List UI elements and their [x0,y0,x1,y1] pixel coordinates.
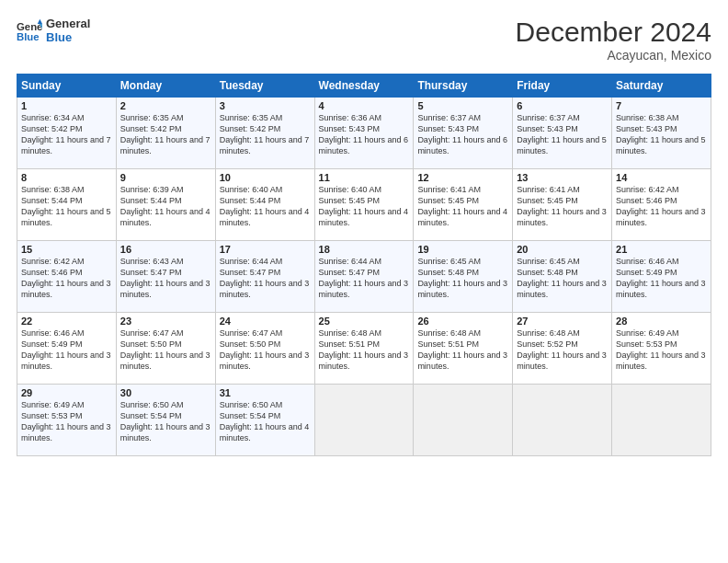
cell-info: Sunrise: 6:34 AMSunset: 5:42 PMDaylight:… [21,112,112,157]
month-title: December 2024 [516,17,711,48]
cell-info: Sunrise: 6:46 AMSunset: 5:49 PMDaylight:… [616,256,707,301]
cell-info: Sunrise: 6:36 AMSunset: 5:43 PMDaylight:… [319,112,410,157]
calendar-cell: 7Sunrise: 6:38 AMSunset: 5:43 PMDaylight… [612,98,711,169]
day-number: 21 [616,244,707,255]
day-number: 31 [220,387,311,398]
cell-info: Sunrise: 6:41 AMSunset: 5:45 PMDaylight:… [517,184,608,229]
col-header-wednesday: Wednesday [314,75,414,98]
calendar-cell: 5Sunrise: 6:37 AMSunset: 5:43 PMDaylight… [414,98,513,169]
cell-info: Sunrise: 6:49 AMSunset: 5:53 PMDaylight:… [21,399,112,444]
cell-info: Sunrise: 6:48 AMSunset: 5:52 PMDaylight:… [517,327,608,373]
calendar-cell: 27Sunrise: 6:48 AMSunset: 5:52 PMDayligh… [513,313,612,385]
day-number: 30 [120,387,211,398]
cell-info: Sunrise: 6:47 AMSunset: 5:50 PMDaylight:… [220,327,311,373]
calendar-cell: 18Sunrise: 6:44 AMSunset: 5:47 PMDayligh… [314,241,414,313]
col-header-saturday: Saturday [612,75,711,98]
week-row-2: 8Sunrise: 6:38 AMSunset: 5:44 PMDaylight… [17,169,711,241]
day-number: 16 [120,244,211,255]
cell-info: Sunrise: 6:50 AMSunset: 5:54 PMDaylight:… [120,399,211,444]
logo-blue: Blue [46,30,90,44]
col-header-tuesday: Tuesday [215,75,314,98]
calendar-cell: 12Sunrise: 6:41 AMSunset: 5:45 PMDayligh… [414,169,513,241]
day-number: 29 [21,387,112,398]
calendar-cell: 2Sunrise: 6:35 AMSunset: 5:42 PMDaylight… [116,98,215,169]
day-number: 4 [319,100,410,111]
cell-info: Sunrise: 6:50 AMSunset: 5:54 PMDaylight:… [220,399,311,444]
calendar-cell: 16Sunrise: 6:43 AMSunset: 5:47 PMDayligh… [116,241,215,313]
cell-info: Sunrise: 6:37 AMSunset: 5:43 PMDaylight:… [517,112,608,157]
location-subtitle: Acayucan, Mexico [516,48,711,63]
week-row-4: 22Sunrise: 6:46 AMSunset: 5:49 PMDayligh… [17,313,711,385]
calendar-cell: 10Sunrise: 6:40 AMSunset: 5:44 PMDayligh… [215,169,314,241]
title-block: December 2024 Acayucan, Mexico [516,17,711,63]
day-number: 19 [417,244,508,255]
calendar-cell: 31Sunrise: 6:50 AMSunset: 5:54 PMDayligh… [215,385,314,456]
day-number: 9 [120,172,211,183]
cell-info: Sunrise: 6:43 AMSunset: 5:47 PMDaylight:… [120,256,211,301]
calendar-cell: 11Sunrise: 6:40 AMSunset: 5:45 PMDayligh… [314,169,414,241]
day-number: 25 [319,316,410,327]
col-header-thursday: Thursday [414,75,513,98]
cell-info: Sunrise: 6:38 AMSunset: 5:44 PMDaylight:… [21,184,112,229]
calendar-cell: 22Sunrise: 6:46 AMSunset: 5:49 PMDayligh… [17,313,117,385]
day-number: 26 [417,316,508,327]
calendar-cell [414,385,513,456]
header: General Blue General Blue December 2024 … [17,17,711,63]
cell-info: Sunrise: 6:42 AMSunset: 5:46 PMDaylight:… [21,256,112,301]
col-header-monday: Monday [116,75,215,98]
calendar-cell: 26Sunrise: 6:48 AMSunset: 5:51 PMDayligh… [414,313,513,385]
day-number: 15 [21,244,112,255]
calendar-cell: 14Sunrise: 6:42 AMSunset: 5:46 PMDayligh… [612,169,711,241]
calendar-cell: 8Sunrise: 6:38 AMSunset: 5:44 PMDaylight… [17,169,117,241]
week-row-5: 29Sunrise: 6:49 AMSunset: 5:53 PMDayligh… [17,385,711,456]
logo-icon: General Blue [17,17,42,43]
cell-info: Sunrise: 6:41 AMSunset: 5:45 PMDaylight:… [417,184,508,229]
cell-info: Sunrise: 6:35 AMSunset: 5:42 PMDaylight:… [220,112,311,157]
day-number: 7 [616,100,707,111]
calendar-cell: 25Sunrise: 6:48 AMSunset: 5:51 PMDayligh… [314,313,414,385]
cell-info: Sunrise: 6:48 AMSunset: 5:51 PMDaylight:… [417,327,508,373]
calendar-cell: 20Sunrise: 6:45 AMSunset: 5:48 PMDayligh… [513,241,612,313]
cell-info: Sunrise: 6:42 AMSunset: 5:46 PMDaylight:… [616,184,707,229]
day-number: 17 [220,244,311,255]
calendar-cell: 23Sunrise: 6:47 AMSunset: 5:50 PMDayligh… [116,313,215,385]
day-number: 10 [220,172,311,183]
day-number: 6 [517,100,608,111]
calendar-cell [612,385,711,456]
calendar-cell: 24Sunrise: 6:47 AMSunset: 5:50 PMDayligh… [215,313,314,385]
calendar-cell: 13Sunrise: 6:41 AMSunset: 5:45 PMDayligh… [513,169,612,241]
calendar-cell: 3Sunrise: 6:35 AMSunset: 5:42 PMDaylight… [215,98,314,169]
day-number: 12 [417,172,508,183]
cell-info: Sunrise: 6:38 AMSunset: 5:43 PMDaylight:… [616,112,707,157]
col-header-friday: Friday [513,75,612,98]
calendar-cell: 28Sunrise: 6:49 AMSunset: 5:53 PMDayligh… [612,313,711,385]
calendar-cell: 19Sunrise: 6:45 AMSunset: 5:48 PMDayligh… [414,241,513,313]
cell-info: Sunrise: 6:40 AMSunset: 5:45 PMDaylight:… [319,184,410,229]
cell-info: Sunrise: 6:39 AMSunset: 5:44 PMDaylight:… [120,184,211,229]
logo: General Blue General Blue [17,17,90,44]
day-number: 2 [120,100,211,111]
svg-text:Blue: Blue [17,31,40,42]
calendar-table: SundayMondayTuesdayWednesdayThursdayFrid… [17,74,711,456]
cell-info: Sunrise: 6:47 AMSunset: 5:50 PMDaylight:… [120,327,211,373]
day-number: 27 [517,316,608,327]
cell-info: Sunrise: 6:37 AMSunset: 5:43 PMDaylight:… [417,112,508,157]
day-number: 14 [616,172,707,183]
calendar-cell: 30Sunrise: 6:50 AMSunset: 5:54 PMDayligh… [116,385,215,456]
calendar-cell: 6Sunrise: 6:37 AMSunset: 5:43 PMDaylight… [513,98,612,169]
day-number: 23 [120,316,211,327]
calendar-cell: 4Sunrise: 6:36 AMSunset: 5:43 PMDaylight… [314,98,414,169]
day-number: 28 [616,316,707,327]
cell-info: Sunrise: 6:44 AMSunset: 5:47 PMDaylight:… [220,256,311,301]
day-number: 11 [319,172,410,183]
day-number: 5 [417,100,508,111]
cell-info: Sunrise: 6:49 AMSunset: 5:53 PMDaylight:… [616,327,707,373]
day-number: 18 [319,244,410,255]
calendar-cell: 29Sunrise: 6:49 AMSunset: 5:53 PMDayligh… [17,385,117,456]
cell-info: Sunrise: 6:40 AMSunset: 5:44 PMDaylight:… [220,184,311,229]
calendar-cell: 1Sunrise: 6:34 AMSunset: 5:42 PMDaylight… [17,98,117,169]
cell-info: Sunrise: 6:48 AMSunset: 5:51 PMDaylight:… [319,327,410,373]
calendar-cell [314,385,414,456]
cell-info: Sunrise: 6:46 AMSunset: 5:49 PMDaylight:… [21,327,112,373]
calendar-cell: 15Sunrise: 6:42 AMSunset: 5:46 PMDayligh… [17,241,117,313]
